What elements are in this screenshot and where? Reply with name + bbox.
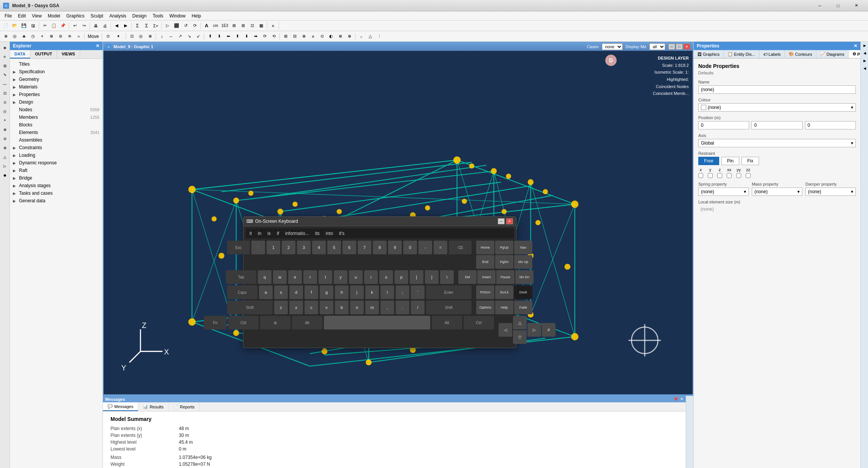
tb-icon4[interactable]: ▦	[257, 22, 265, 30]
tb-copy[interactable]: 📋	[50, 22, 58, 30]
tree-assemblies[interactable]: Assemblies	[10, 136, 103, 144]
msg-tab-results[interactable]: 📊 Results	[138, 402, 169, 411]
osk-tab[interactable]: Tab	[226, 270, 256, 284]
osk-lalt[interactable]: Alt	[292, 316, 322, 329]
osk-y[interactable]: y	[334, 270, 347, 284]
osk-a[interactable]: a	[259, 285, 273, 299]
osk-insert[interactable]: Insert	[477, 270, 496, 284]
prop-tab-labels[interactable]: 🏷 Labels	[759, 50, 785, 58]
tb2-icon24[interactable]: ➡	[251, 32, 260, 41]
osk-6[interactable]: 6	[342, 241, 356, 254]
osk-4[interactable]: 4	[312, 241, 326, 254]
tb-icon1[interactable]: ⊞	[230, 22, 238, 30]
osk-sugg-in[interactable]: in	[256, 230, 264, 237]
messages-pin-icon[interactable]: 📌	[673, 397, 679, 402]
osk-backtick[interactable]: `	[251, 241, 265, 254]
osk-lbracket[interactable]: [	[410, 270, 423, 284]
osk-home[interactable]: Home	[476, 241, 494, 254]
osk-rctrl[interactable]: Ctrl	[464, 316, 494, 329]
colour-select[interactable]: (none) ▾	[698, 103, 856, 112]
properties-close-icon[interactable]: ✕	[854, 43, 857, 49]
menu-analysis[interactable]: Analysis	[106, 13, 129, 19]
tb-back[interactable]: ◀	[112, 22, 121, 30]
tree-raft[interactable]: ▶ Raft	[10, 167, 103, 174]
tb-icon5[interactable]: ≡	[269, 22, 277, 30]
lb-icon6[interactable]: ⊡	[1, 89, 9, 97]
tb2-icon23[interactable]: ⬇	[242, 32, 251, 41]
osk-r[interactable]: r	[303, 270, 317, 284]
prop-tab-diagrams[interactable]: 📈 Diagrams	[816, 50, 849, 58]
tab-data[interactable]: DATA	[10, 50, 30, 58]
graphic-minimize-button[interactable]: ─	[668, 44, 675, 50]
minimize-button[interactable]: ─	[811, 0, 829, 11]
osk-2[interactable]: 2	[282, 241, 295, 254]
osk-esc[interactable]: Esc	[227, 241, 250, 254]
tree-elements[interactable]: Elements 3541	[10, 129, 103, 136]
osk-left-arrow[interactable]: ◁	[499, 323, 512, 337]
osk-options[interactable]: Options	[476, 301, 494, 314]
osk-5[interactable]: 5	[327, 241, 341, 254]
restraint-x-checkbox[interactable]	[698, 173, 703, 178]
tb2-icon15[interactable]: ↔	[167, 32, 175, 41]
rsb-icon4[interactable]: ◀	[861, 65, 868, 72]
osk-b[interactable]: b	[335, 301, 349, 314]
tb2-icon12[interactable]: ◎	[137, 32, 145, 41]
tb2-icon37[interactable]: ⋮	[375, 32, 383, 41]
tb2-icon1[interactable]: ⊕	[2, 32, 10, 41]
osk-m[interactable]: m	[365, 301, 379, 314]
tb2-icon29[interactable]: ⊕	[300, 32, 308, 41]
tb2-icon3[interactable]: ◈	[20, 32, 28, 41]
tree-titles[interactable]: Titles	[10, 60, 103, 68]
osk-equals[interactable]: =	[434, 241, 447, 254]
osk-fn[interactable]: Fn	[204, 316, 227, 329]
osk-slash[interactable]: /	[411, 301, 425, 314]
osk-z[interactable]: z	[274, 301, 288, 314]
tb2-dropdown[interactable]: ▾	[113, 32, 124, 41]
tab-output[interactable]: OUTPUT	[30, 50, 57, 58]
osk-pgup[interactable]: PgUp	[495, 241, 513, 254]
tb-loop[interactable]: ↺	[181, 22, 190, 30]
prop-tab-contours[interactable]: 🎨 Contours	[785, 50, 816, 58]
tb2-icon36[interactable]: △	[366, 32, 374, 41]
tb-open[interactable]: 📂	[11, 22, 19, 30]
tb2-icon4[interactable]: ◷	[29, 32, 37, 41]
restraint-pin-btn[interactable]: Pin	[721, 157, 739, 165]
prop-tab-properties[interactable]: ⚙ Properties	[849, 50, 860, 58]
osk-pgdn[interactable]: PgDn	[495, 255, 513, 269]
tb-refresh[interactable]: ⟳	[191, 22, 199, 30]
tb2-icon5[interactable]: ⌖	[38, 32, 46, 41]
osk-scrlk[interactable]: ScrLk	[495, 285, 513, 299]
osk-win[interactable]: ⊞	[260, 316, 290, 329]
tb2-icon13[interactable]: ⊕	[146, 32, 154, 41]
tb2-icon25[interactable]: ⟳	[260, 32, 269, 41]
tb-stop[interactable]: ⬛	[172, 22, 181, 30]
osk-down-arrow[interactable]: ▽	[513, 330, 527, 344]
tb-run[interactable]: ▷	[163, 22, 172, 30]
tb2-icon21[interactable]: ⬅	[224, 32, 232, 41]
osk-space[interactable]	[324, 316, 430, 329]
tree-constraints[interactable]: ▶ Constraints	[10, 144, 103, 151]
lb-icon13[interactable]: △	[1, 153, 9, 161]
tree-tasks-cases[interactable]: ▶ Tasks and cases	[10, 189, 103, 197]
menu-file[interactable]: File	[2, 13, 15, 19]
osk-v[interactable]: v	[320, 301, 333, 314]
osk-backslash[interactable]: \	[440, 270, 454, 284]
osk-minimize-button[interactable]: ─	[498, 218, 505, 224]
tree-blocks[interactable]: Blocks	[10, 121, 103, 129]
tb-save[interactable]: 💾	[20, 22, 28, 30]
tb-A[interactable]: A	[202, 22, 211, 30]
tb2-icon22[interactable]: ⬆	[233, 32, 241, 41]
menu-edit[interactable]: Edit	[15, 13, 29, 19]
tb-paste[interactable]: 📌	[59, 22, 67, 30]
menu-design[interactable]: Design	[129, 13, 150, 19]
tree-members[interactable]: Members 1255	[10, 113, 103, 121]
tb-icon3[interactable]: ⊡	[248, 22, 256, 30]
osk-lctrl[interactable]: Ctrl	[228, 316, 259, 329]
tree-design[interactable]: ▶ Design	[10, 98, 103, 106]
tb-print[interactable]: 🖶	[92, 22, 100, 30]
tb2-icon9[interactable]: ≈	[74, 32, 83, 41]
osk-t[interactable]: t	[319, 270, 332, 284]
osk-comma[interactable]: ,	[380, 301, 394, 314]
tb2-icon34[interactable]: ⊕	[345, 32, 354, 41]
lb-icon8[interactable]: ◷	[1, 107, 9, 115]
